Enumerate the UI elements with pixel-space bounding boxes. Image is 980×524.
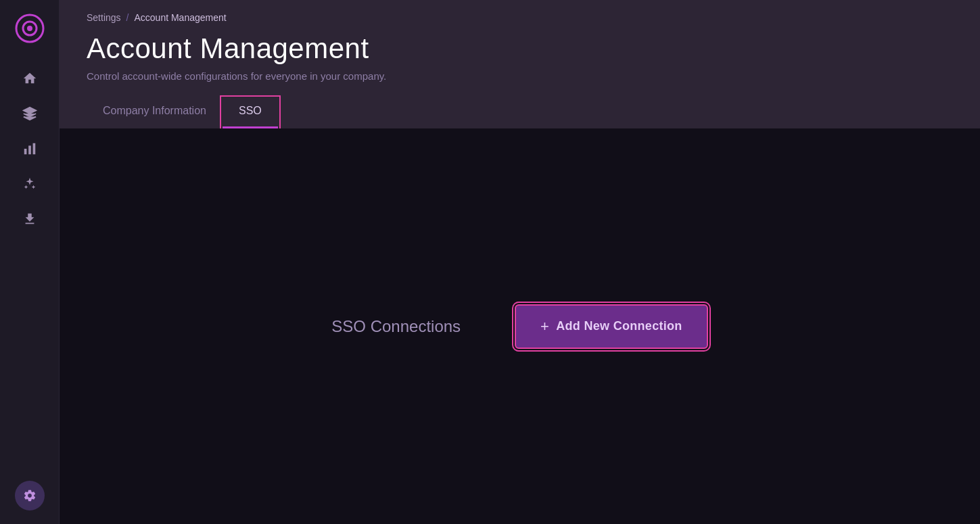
svg-rect-5: [32, 143, 35, 155]
tab-company-information[interactable]: Company Information: [87, 98, 223, 128]
add-connection-label: Add New Connection: [556, 319, 682, 333]
add-new-connection-button[interactable]: + Add New Connection: [515, 304, 708, 349]
svg-rect-4: [28, 145, 31, 154]
sidebar-item-analytics[interactable]: [15, 134, 45, 164]
breadcrumb-separator: /: [126, 12, 129, 23]
svg-rect-3: [24, 149, 26, 154]
sso-connections-label: SSO Connections: [331, 317, 461, 336]
sidebar-item-home[interactable]: [15, 64, 45, 93]
breadcrumb-settings[interactable]: Settings: [87, 12, 121, 23]
plus-icon: +: [540, 318, 549, 335]
main-content: Settings / Account Management Account Ma…: [60, 0, 980, 524]
settings-button[interactable]: [15, 481, 45, 510]
tabs-container: Company Information SSO: [87, 98, 953, 128]
sidebar-item-upload[interactable]: [15, 204, 45, 234]
sidebar-item-ai[interactable]: [15, 169, 45, 199]
page-subtitle: Control account-wide configurations for …: [87, 70, 953, 82]
header-area: Settings / Account Management Account Ma…: [60, 0, 980, 128]
sidebar: [0, 0, 60, 524]
sidebar-item-objects[interactable]: [15, 99, 45, 128]
app-logo[interactable]: [15, 14, 45, 43]
breadcrumb: Settings / Account Management: [87, 0, 953, 23]
svg-point-2: [27, 26, 32, 31]
breadcrumb-current: Account Management: [134, 12, 226, 23]
sso-content-area: SSO Connections + Add New Connection: [60, 128, 980, 524]
page-title: Account Management: [87, 32, 953, 65]
tab-sso[interactable]: SSO: [223, 98, 278, 128]
